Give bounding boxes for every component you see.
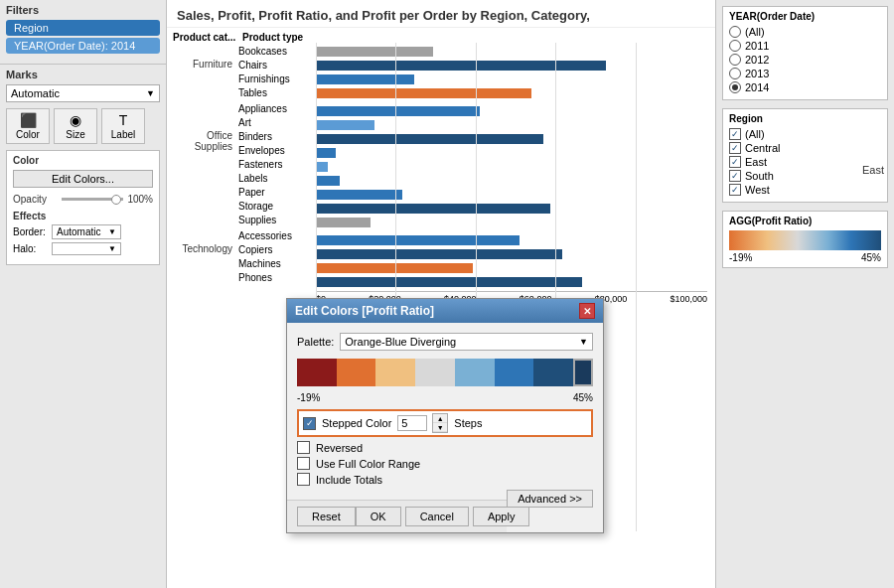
spin-up[interactable]: ▲ [433, 414, 447, 423]
tick-5: $100,000 [670, 294, 707, 304]
footer-left: Reset [297, 507, 356, 526]
grad-seg-2 [337, 359, 376, 386]
east-label: East [862, 164, 884, 176]
border-arrow: ▼ [108, 227, 116, 236]
col-product-cat: Product cat... [173, 32, 242, 43]
marks-type-arrow: ▼ [146, 88, 155, 98]
binders-label: Binders [236, 130, 316, 144]
spin-down[interactable]: ▼ [433, 423, 447, 432]
region-south-item[interactable]: South [729, 170, 881, 182]
filters-title: Filters [6, 4, 160, 16]
grad-seg-3 [375, 359, 415, 386]
year-filter-title: YEAR(Order Date) [729, 11, 881, 22]
bar-machines [316, 261, 707, 275]
full-range-checkbox[interactable] [297, 457, 310, 470]
region-central-item[interactable]: Central [729, 142, 881, 154]
ok-button[interactable]: OK [356, 507, 401, 526]
include-totals-checkbox[interactable] [297, 473, 310, 486]
grad-seg-1 [297, 359, 337, 386]
include-totals-row: Include Totals [297, 473, 593, 486]
chairs-label: Chairs [236, 59, 316, 73]
year-2013-item[interactable]: 2013 [729, 68, 881, 79]
filter-year[interactable]: YEAR(Order Date): 2014 [6, 38, 160, 54]
year-radio-group: (All) 2011 2012 2013 2014 [729, 26, 881, 93]
edit-colors-dialog: Edit Colors [Profit Ratio] ✕ Palette: Or… [286, 298, 604, 533]
region-east-item[interactable]: East [729, 156, 881, 168]
machines-label: Machines [236, 257, 316, 271]
right-panel: YEAR(Order Date) (All) 2011 2012 2013 [715, 0, 894, 588]
year-2012-radio[interactable] [729, 54, 741, 66]
bar-accessories [316, 233, 707, 247]
border-row: Border: Automatic ▼ [13, 224, 153, 239]
bar-bookcases [316, 45, 707, 59]
year-all-item[interactable]: (All) [729, 26, 881, 38]
agg-max: 45% [861, 252, 881, 263]
halo-arrow: ▼ [108, 244, 116, 253]
bar-fasteners [316, 160, 707, 174]
cancel-button[interactable]: Cancel [405, 507, 469, 526]
region-central-label: Central [745, 142, 780, 154]
border-dropdown[interactable]: Automatic ▼ [52, 224, 121, 239]
selected-color-swatch[interactable] [573, 359, 593, 386]
region-central-checkbox[interactable] [729, 142, 741, 154]
storage-label: Storage [236, 200, 316, 214]
year-all-radio[interactable] [729, 26, 741, 38]
stepped-color-checkbox[interactable] [303, 417, 316, 430]
marks-type-dropdown[interactable]: Automatic ▼ [6, 84, 160, 102]
year-2011-item[interactable]: 2011 [729, 40, 881, 52]
year-2012-item[interactable]: 2012 [729, 54, 881, 66]
opacity-value: 100% [127, 194, 153, 205]
year-all-label: (All) [745, 26, 765, 38]
advanced-button[interactable]: Advanced >> [507, 490, 593, 508]
agg-gradient-bar [729, 230, 881, 250]
label-icon: T [119, 112, 128, 128]
year-2013-radio[interactable] [729, 68, 741, 79]
chart-area: Sales, Profit, Profit Ratio, and Profit … [167, 0, 715, 588]
region-all-item[interactable]: (All) [729, 128, 881, 140]
steps-input[interactable]: 5 [397, 415, 427, 431]
dialog-close-button[interactable]: ✕ [579, 303, 595, 319]
full-range-row: Use Full Color Range [297, 457, 593, 470]
opacity-slider[interactable] [62, 198, 123, 201]
size-label: Size [66, 129, 84, 140]
palette-value: Orange-Blue Diverging [345, 336, 579, 348]
edit-colors-button[interactable]: Edit Colors... [13, 170, 153, 188]
color-mark-btn[interactable]: ⬛ Color [6, 108, 50, 144]
color-label: Color [16, 129, 40, 140]
grad-seg-5 [455, 359, 495, 386]
range-labels: -19% 45% [297, 392, 593, 403]
color-icon: ⬛ [20, 112, 37, 128]
filter-region[interactable]: Region [6, 20, 160, 36]
reversed-row: Reversed [297, 441, 593, 454]
palette-select[interactable]: Orange-Blue Diverging ▼ [340, 333, 593, 351]
furnishings-label: Furnishings [236, 73, 316, 86]
year-filter-card: YEAR(Order Date) (All) 2011 2012 2013 [722, 6, 888, 100]
year-2011-radio[interactable] [729, 40, 741, 52]
reversed-checkbox[interactable] [297, 441, 310, 454]
halo-dropdown[interactable]: ▼ [52, 242, 121, 255]
bar-art [316, 118, 707, 132]
col-product-type: Product type [242, 32, 322, 43]
size-mark-btn[interactable]: ◉ Size [54, 108, 97, 144]
region-west-checkbox[interactable] [729, 184, 741, 196]
border-label: Border: [13, 226, 48, 237]
region-east-checkbox[interactable] [729, 156, 741, 168]
reset-button[interactable]: Reset [297, 507, 356, 526]
year-2014-radio[interactable] [729, 81, 741, 93]
region-west-item[interactable]: West [729, 184, 881, 196]
label-mark-btn[interactable]: T Label [101, 108, 145, 144]
bar-supplies [316, 216, 707, 229]
region-south-checkbox[interactable] [729, 170, 741, 182]
region-all-checkbox[interactable] [729, 128, 741, 140]
year-2014-item[interactable]: 2014 [729, 81, 881, 93]
palette-arrow: ▼ [579, 337, 588, 347]
apply-button[interactable]: Apply [473, 507, 530, 526]
paper-label: Paper [236, 186, 316, 200]
opacity-thumb[interactable] [111, 195, 121, 205]
dialog-body: Palette: Orange-Blue Diverging ▼ [287, 323, 603, 500]
dialog-overlay: Edit Colors [Profit Ratio] ✕ Palette: Or… [286, 298, 604, 533]
reversed-label: Reversed [316, 442, 363, 454]
agg-card: AGG(Profit Ratio) -19% 45% [722, 211, 888, 268]
marks-type-label: Automatic [11, 87, 146, 99]
marks-title: Marks [6, 69, 160, 80]
